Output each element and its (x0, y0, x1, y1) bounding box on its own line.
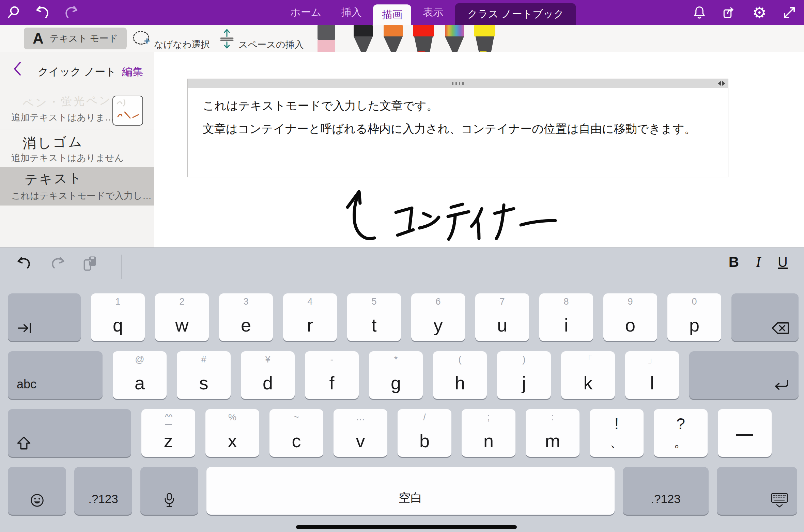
tab-key[interactable] (8, 293, 81, 341)
edit-button[interactable]: 編集 (122, 65, 143, 79)
share-icon[interactable] (722, 5, 737, 20)
text-mode-icon: A (33, 30, 44, 47)
note-canvas[interactable]: これはテキストモードで入力した文章です。 文章はコンテイナーと呼ばれる枠内に入力… (154, 52, 804, 247)
return-icon (772, 378, 790, 393)
eraser-tool[interactable] (318, 25, 335, 55)
page-list-item-eraser[interactable]: 消しゴム 追加テキストはありません (0, 129, 154, 167)
key-s[interactable]: #s (177, 351, 231, 399)
container-text[interactable]: これはテキストモードで入力した文章です。 文章はコンテイナーと呼ばれる枠内に入力… (203, 94, 714, 140)
insert-space-icon[interactable] (218, 28, 236, 49)
page-list-sidebar: クイック ノート 編集 ペン・蛍光ペン 追加テキストはありま… 消しゴム 追加テ… (0, 52, 154, 247)
top-app-bar: ホーム 挿入 描画 表示 クラス ノートブック ⚙ (0, 0, 804, 25)
emoji-icon (8, 493, 66, 508)
text-line: これはテキストモードで入力した文章です。 (203, 94, 714, 117)
tab-view[interactable]: 表示 (415, 5, 451, 19)
divider (121, 255, 122, 279)
page-list-item-text[interactable]: テキスト これはテキストモードで入力し… (0, 167, 154, 205)
return-key[interactable] (689, 351, 799, 399)
space-key[interactable]: 空白 (206, 467, 615, 515)
page-list-item-pen[interactable]: ペン・蛍光ペン 追加テキストはありま… (0, 88, 154, 129)
key-n[interactable]: ;n (462, 409, 515, 457)
key-r[interactable]: 4r (283, 293, 337, 341)
undo-icon[interactable] (35, 5, 50, 20)
page-subtitle: 追加テキストはありま… (11, 111, 114, 124)
page-title-handwritten: テキスト (24, 169, 83, 189)
key-c[interactable]: ~c (269, 409, 323, 457)
dismiss-keyboard-key[interactable] (717, 467, 797, 515)
microphone-icon (140, 492, 198, 508)
gear-icon[interactable]: ⚙ (752, 5, 767, 20)
key-e[interactable]: 3e (219, 293, 273, 341)
expand-icon[interactable] (782, 5, 797, 20)
abc-key[interactable]: abc (8, 351, 103, 399)
search-icon[interactable] (6, 5, 22, 20)
italic-button[interactable]: I (756, 254, 761, 270)
key-q[interactable]: 1q (91, 293, 145, 341)
underline-button[interactable]: U (778, 255, 788, 270)
key-dash[interactable]: — (718, 409, 772, 457)
key-k[interactable]: 「k (561, 351, 615, 399)
virtual-keyboard: B I U 1q 2w 3e 4r 5t 6y 7u 8i 9o 0p (0, 247, 804, 532)
kb-redo-icon[interactable] (48, 255, 66, 272)
key-y[interactable]: 6y (411, 293, 465, 341)
onenote-app-window: ホーム 挿入 描画 表示 クラス ノートブック ⚙ (0, 0, 804, 532)
text-mode-label: テキスト モード (50, 32, 118, 45)
key-i[interactable]: 8i (539, 293, 593, 341)
key-f[interactable]: -f (305, 351, 359, 399)
text-mode-button[interactable]: A テキスト モード (24, 28, 127, 49)
key-exclaim-comma[interactable]: !、 (590, 409, 644, 457)
shift-icon (16, 436, 32, 451)
key-u[interactable]: 7u (475, 293, 529, 341)
numbers-key-right[interactable]: .?123 (623, 467, 709, 515)
key-p[interactable]: 0p (667, 293, 721, 341)
bell-icon[interactable] (692, 5, 707, 20)
text-container[interactable]: これはテキストモードで入力した文章です。 文章はコンテイナーと呼ばれる枠内に入力… (187, 79, 728, 177)
key-l[interactable]: 」l (625, 351, 679, 399)
ink-annotation (341, 186, 566, 243)
emoji-key[interactable] (8, 467, 66, 515)
kb-paste-icon[interactable] (81, 255, 99, 272)
key-z[interactable]: ^^z (141, 409, 195, 457)
bold-button[interactable]: B (729, 254, 739, 270)
lasso-select-icon[interactable]: + (132, 30, 150, 45)
backspace-key[interactable] (731, 293, 799, 341)
move-handle-dots-icon (452, 82, 464, 85)
text-line: 文章はコンテイナーと呼ばれる枠内に入力され、コンテイナーの位置は自由に移動できま… (203, 117, 714, 140)
redo-icon[interactable] (63, 5, 79, 20)
numbers-key-left[interactable]: .?123 (74, 467, 132, 515)
key-h[interactable]: (h (433, 351, 487, 399)
tab-home[interactable]: ホーム (282, 5, 329, 19)
container-resize-icon[interactable] (718, 81, 725, 86)
key-x[interactable]: %x (205, 409, 259, 457)
page-title-handwritten: 消しゴム (22, 132, 84, 153)
dictation-key[interactable] (140, 467, 198, 515)
keyboard-dismiss-icon (770, 492, 789, 509)
page-title-handwritten: ペン・蛍光ペン (22, 93, 112, 111)
sidebar-header: クイック ノート 編集 (0, 52, 154, 88)
key-j[interactable]: )j (497, 351, 551, 399)
key-question-period[interactable]: ?。 (654, 409, 708, 457)
key-g[interactable]: *g (369, 351, 423, 399)
key-w[interactable]: 2w (155, 293, 209, 341)
key-o[interactable]: 9o (603, 293, 657, 341)
page-thumbnail (112, 96, 143, 126)
backspace-icon (771, 321, 790, 335)
shift-key[interactable] (8, 409, 131, 457)
key-d[interactable]: ¥d (241, 351, 295, 399)
key-v[interactable]: …v (334, 409, 387, 457)
key-t[interactable]: 5t (347, 293, 401, 341)
key-b[interactable]: /b (398, 409, 451, 457)
key-a[interactable]: @a (113, 351, 167, 399)
page-subtitle: 追加テキストはありません (11, 152, 124, 164)
kb-undo-icon[interactable] (16, 255, 33, 272)
tab-class-notebook[interactable]: クラス ノートブック (455, 3, 576, 25)
tab-icon (16, 321, 34, 335)
container-move-handle[interactable] (188, 79, 728, 88)
home-indicator[interactable] (296, 525, 517, 529)
tab-insert[interactable]: 挿入 (333, 5, 370, 19)
lasso-select-label[interactable]: なげなわ選択 (154, 38, 210, 51)
page-subtitle: これはテキストモードで入力し… (11, 190, 152, 202)
insert-space-label[interactable]: スペースの挿入 (238, 38, 304, 51)
tab-draw[interactable]: 描画 (373, 4, 411, 25)
key-m[interactable]: :m (526, 409, 579, 457)
